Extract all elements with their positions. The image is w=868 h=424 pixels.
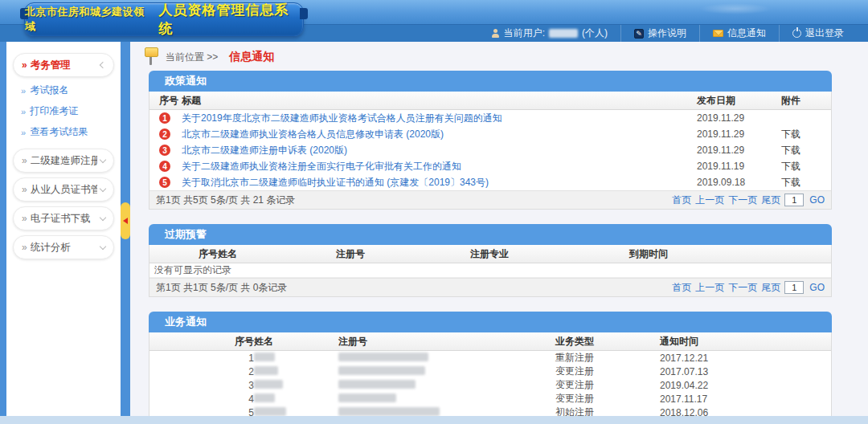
prev-page-link[interactable]: 上一页 <box>695 281 724 295</box>
first-page-link[interactable]: 首页 <box>672 281 691 295</box>
go-button[interactable]: GO <box>809 194 825 206</box>
double-chevron-icon: » <box>22 213 27 224</box>
sidebar-collapse-handle[interactable] <box>121 202 130 239</box>
app-title: 人员资格管理信息系统 <box>159 1 303 38</box>
sidebar-group-label: 统计分析 <box>31 241 97 255</box>
download-link[interactable]: 下载 <box>781 144 831 157</box>
column-header: 注册号 <box>336 247 470 261</box>
last-page-link[interactable]: 尾页 <box>761 194 780 207</box>
table-row: 4 关于二级建造师执业资格注册全面实行电子化审批有关工作的通知 2019.11.… <box>149 158 831 174</box>
page-number-input[interactable] <box>784 281 804 294</box>
column-header: 通知时间 <box>660 335 831 349</box>
operation-manual-link[interactable]: ✎ 操作说明 <box>620 25 699 43</box>
sidebar: » 考务管理 » 考试报名 » 打印准考证 » 查看考试结果 » 二级建造师注册… <box>6 42 121 416</box>
double-chevron-icon: » <box>22 184 27 195</box>
empty-records-text: 没有可显示的记录 <box>149 263 831 278</box>
last-page-link[interactable]: 尾页 <box>761 281 780 295</box>
current-user: 当前用户: (个人) <box>478 25 620 43</box>
notice-title-link[interactable]: 北京市二级建造师注册申诉表 (2020版) <box>182 144 697 157</box>
sidebar-item-exam-registration[interactable]: » 考试报名 <box>21 84 121 97</box>
publish-date: 2019.11.29 <box>697 145 781 156</box>
table-row: 3 北京市二级建造师注册申诉表 (2020版) 2019.11.29 下载 <box>149 142 831 158</box>
redacted-registration-number <box>338 380 416 389</box>
next-page-link[interactable]: 下一页 <box>728 281 757 295</box>
page-number-input[interactable] <box>784 194 804 206</box>
sidebar-item-label: 考试报名 <box>30 84 68 97</box>
chevron-down-icon <box>100 243 106 249</box>
prev-page-link[interactable]: 上一页 <box>695 194 724 207</box>
column-header: 标题 <box>182 94 697 108</box>
panel-expiry-warnings: 过期预警 序号 姓名 注册号 注册专业 到期时间 没有可显示的记录 第1页 共1… <box>149 224 832 297</box>
redacted-username <box>549 29 578 38</box>
double-chevron-icon: » <box>21 128 26 137</box>
table-row: 3 变更注册 2019.04.22 <box>149 378 831 392</box>
notice-title-link[interactable]: 关于2019年度北京市二级建造师执业资格考试合格人员注册有关问题的通知 <box>182 112 697 125</box>
logout-label: 退出登录 <box>805 26 844 40</box>
sidebar-item-view-exam-results[interactable]: » 查看考试结果 <box>21 125 121 139</box>
download-link[interactable]: 下载 <box>781 128 831 141</box>
business-table-header: 序号 姓名 注册号 业务类型 通知时间 <box>149 332 831 351</box>
current-user-suffix: (个人) <box>582 26 608 40</box>
redacted-registration-number <box>338 407 440 416</box>
notice-title-link[interactable]: 关于二级建造师执业资格注册全面实行电子化审批有关工作的通知 <box>182 160 697 173</box>
notice-date: 2017.11.17 <box>660 393 831 405</box>
sidebar-group-exam-management[interactable]: » 考务管理 <box>13 53 114 77</box>
redacted-name <box>254 353 275 361</box>
panel-policy-notices: 政策通知 序号 标题 发布日期 附件 1 关于2019年度北京市二级建造师执业资… <box>149 71 832 210</box>
signpost-icon <box>143 47 159 67</box>
row-number-badge: 1 <box>159 112 170 124</box>
double-chevron-icon: » <box>21 107 26 116</box>
panel-business-notices: 业务通知 序号 姓名 注册号 业务类型 通知时间 1 重新注册 2017.12.… <box>149 312 832 416</box>
collapse-arrow-icon <box>123 218 128 224</box>
chevron-down-icon <box>100 156 106 162</box>
table-row: 4 变更注册 2017.11.17 <box>149 392 831 406</box>
info-notice-link[interactable]: 信息通知 <box>699 25 779 43</box>
app-title-ribbon: 北京市住房和城乡建设领域 人员资格管理信息系统 <box>24 2 304 36</box>
notice-title-link[interactable]: 关于取消北京市二级建造师临时执业证书的通知 (京建发〔2019〕343号) <box>182 176 697 190</box>
download-link[interactable]: 下载 <box>781 176 831 190</box>
column-header: 业务类型 <box>555 335 660 349</box>
chevron-left-icon <box>100 62 106 68</box>
column-header: 发布日期 <box>697 94 781 108</box>
notice-title-link[interactable]: 北京市二级建造师执业资格合格人员信息修改申请表 (2020版) <box>182 128 697 141</box>
first-page-link[interactable]: 首页 <box>672 194 691 207</box>
publish-date: 2019.11.29 <box>697 128 781 140</box>
notice-date: 2017.07.13 <box>660 366 831 377</box>
row-number: 2 <box>149 366 254 377</box>
sidebar-group-constructor-registration[interactable]: » 二级建造师注册 <box>13 149 114 173</box>
sidebar-group-practitioner-certificates[interactable]: » 从业人员证书管理 <box>13 177 114 202</box>
sidebar-group-label: 电子证书下载 <box>31 212 97 226</box>
sidebar-item-print-admission-ticket[interactable]: » 打印准考证 <box>21 104 121 118</box>
row-number: 3 <box>149 380 254 391</box>
sidebar-group-statistics-analysis[interactable]: » 统计分析 <box>13 235 114 259</box>
expiry-table-header: 序号 姓名 注册号 注册专业 到期时间 <box>149 245 831 263</box>
table-row: 1 重新注册 2017.12.21 <box>149 351 831 365</box>
column-header: 注册号 <box>338 335 555 349</box>
business-type: 变更注册 <box>555 392 660 406</box>
panel-title: 过期预警 <box>149 224 832 245</box>
row-number-badge: 3 <box>159 145 170 156</box>
current-user-label: 当前用户: <box>504 26 545 40</box>
go-button[interactable]: GO <box>809 282 825 293</box>
panel-title: 政策通知 <box>149 71 832 92</box>
operation-manual-label: 操作说明 <box>648 26 686 40</box>
redacted-registration-number <box>338 366 425 375</box>
chevron-down-icon <box>100 214 106 220</box>
logout-link[interactable]: 退出登录 <box>779 25 857 43</box>
publish-date: 2019.11.29 <box>697 112 781 124</box>
business-type: 初始注册 <box>555 406 660 416</box>
row-number-badge: 5 <box>159 177 170 188</box>
row-number: 4 <box>149 393 254 405</box>
next-page-link[interactable]: 下一页 <box>728 194 757 207</box>
panel-title: 业务通知 <box>149 312 832 332</box>
sidebar-group-label: 从业人员证书管理 <box>31 183 97 197</box>
publish-date: 2019.09.18 <box>697 177 781 188</box>
download-link[interactable]: 下载 <box>781 160 831 173</box>
business-type: 重新注册 <box>555 351 660 365</box>
redacted-name <box>254 393 275 402</box>
notice-date: 2019.04.22 <box>660 380 831 391</box>
sidebar-group-ecertificate-download[interactable]: » 电子证书下载 <box>13 206 114 230</box>
double-chevron-icon: » <box>22 155 27 166</box>
header: 北京市住房和城乡建设领域 人员资格管理信息系统 当前用户: (个人) ✎ 操作说… <box>0 0 868 42</box>
row-number-badge: 2 <box>159 128 170 140</box>
